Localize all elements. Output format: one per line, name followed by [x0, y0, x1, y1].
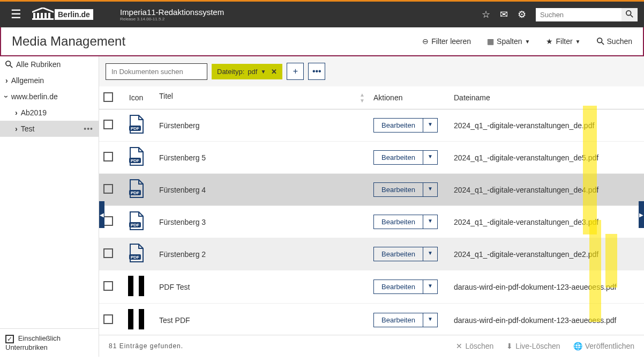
col-icon[interactable]: Icon: [117, 86, 155, 109]
svg-line-10: [601, 42, 603, 45]
svg-line-8: [631, 14, 633, 17]
brand-text: Berlin.de: [55, 9, 93, 20]
row-checkbox[interactable]: [103, 314, 113, 324]
chevron-down-icon: ›: [2, 95, 11, 98]
file-icon: PDF: [117, 174, 155, 206]
global-search-input[interactable]: [536, 8, 621, 21]
svg-line-12: [10, 65, 12, 68]
row-checkbox[interactable]: [103, 120, 113, 129]
edit-dropdown[interactable]: ▼: [423, 183, 437, 196]
edit-button[interactable]: Bearbeiten▼: [373, 118, 438, 133]
delete-button[interactable]: ✕ Löschen: [456, 342, 493, 350]
file-icon: PDF: [117, 206, 155, 238]
edit-button[interactable]: Bearbeiten▼: [373, 182, 438, 197]
edit-dropdown[interactable]: ▼: [423, 280, 437, 293]
col-actions: Aktionen: [369, 86, 450, 109]
svg-rect-3: [41, 13, 43, 18]
add-filter-button[interactable]: +: [287, 63, 304, 80]
chevron-right-icon: ›: [15, 124, 18, 133]
select-all-checkbox[interactable]: [103, 92, 113, 102]
table-row[interactable]: PDFFürstenberg 4Bearbeiten▼2024_q1_-digi…: [99, 174, 644, 206]
table-row[interactable]: PDFFürstenbergBearbeiten▼2024_q1_-digita…: [99, 109, 644, 142]
live-delete-button[interactable]: ⬇ Live-Löschen: [506, 342, 560, 350]
svg-rect-5: [48, 13, 50, 18]
sidebar-item-berlin[interactable]: › www.berlin.de: [0, 89, 99, 105]
svg-text:PDF: PDF: [131, 158, 139, 163]
sidebar-item-ab2019[interactable]: › Ab2019: [0, 105, 99, 121]
search-button[interactable]: Suchen: [597, 37, 632, 46]
svg-rect-1: [33, 13, 35, 18]
page-header: Media Management ⊖ Filter leeren ▦ Spalt…: [0, 27, 644, 56]
edit-button[interactable]: Bearbeiten▼: [373, 313, 438, 327]
table-row[interactable]: PDFFürstenberg 2Bearbeiten▼2024_q1_-digi…: [99, 238, 644, 270]
more-icon[interactable]: •••: [84, 124, 93, 133]
row-checkbox[interactable]: [103, 216, 113, 226]
svg-text:PDF: PDF: [131, 223, 139, 227]
include-subfolders-checkbox[interactable]: ✓: [5, 335, 14, 343]
brand-logo[interactable]: Berlin.de: [32, 8, 93, 21]
table-row[interactable]: PDFFürstenberg 5Bearbeiten▼2024_q1_-digi…: [99, 142, 644, 174]
edit-dropdown[interactable]: ▼: [423, 313, 437, 327]
remove-filter-icon[interactable]: ✕: [271, 68, 277, 76]
sidebar-item-test[interactable]: › Test •••: [0, 121, 99, 137]
row-checkbox[interactable]: [103, 248, 113, 258]
collapse-left-handle[interactable]: ◀: [99, 201, 104, 228]
table-row[interactable]: PDF TestBearbeiten▼daraus-wird-ein-pdf-d…: [99, 270, 644, 304]
edit-button[interactable]: Bearbeiten▼: [373, 247, 438, 261]
gear-icon[interactable]: ⚙: [518, 9, 526, 20]
chevron-right-icon: ›: [5, 76, 8, 85]
edit-dropdown[interactable]: ▼: [423, 215, 437, 229]
content-footer: 81 Einträge gefunden. ✕ Löschen ⬇ Live-L…: [99, 335, 644, 357]
svg-rect-2: [37, 13, 39, 18]
col-filename[interactable]: Dateiname: [450, 86, 644, 109]
filter-button[interactable]: ★ Filter ▼: [546, 37, 580, 46]
more-actions-button[interactable]: •••: [308, 63, 325, 80]
row-title: Test PDF: [155, 304, 369, 335]
global-search-button[interactable]: [621, 8, 638, 21]
menu-icon[interactable]: ☰: [6, 8, 26, 21]
minus-circle-icon: ⊖: [422, 37, 429, 46]
row-checkbox[interactable]: [103, 281, 113, 291]
svg-rect-4: [44, 13, 47, 18]
svg-text:PDF: PDF: [131, 190, 139, 195]
row-checkbox[interactable]: [103, 152, 113, 161]
table-row[interactable]: PDFFürstenberg 3Bearbeiten▼2024_q1_-digi…: [99, 206, 644, 238]
row-title: Fürstenberg: [155, 109, 369, 142]
page-title: Media Management: [12, 34, 125, 49]
edit-dropdown[interactable]: ▼: [423, 119, 437, 132]
clear-filter-button[interactable]: ⊖ Filter leeren: [422, 37, 471, 46]
sort-icon[interactable]: ▲▼: [360, 92, 365, 104]
row-checkbox[interactable]: [103, 184, 113, 194]
collapse-right-handle[interactable]: ▶: [639, 201, 644, 228]
download-icon: ⬇: [506, 342, 513, 350]
document-search-input[interactable]: [106, 63, 207, 80]
filetype-filter-chip[interactable]: Dateityp: pdf ▼ ✕: [212, 64, 282, 79]
sidebar-item-allgemein[interactable]: › Allgemein: [0, 72, 99, 89]
edit-dropdown[interactable]: ▼: [423, 151, 437, 164]
row-filename: daraus-wird-ein-pdf-dokument-123-aeueoes…: [450, 304, 644, 335]
file-icon: PDF: [117, 109, 155, 142]
table-row[interactable]: Test PDFBearbeiten▼daraus-wird-ein-pdf-d…: [99, 304, 644, 335]
edit-button[interactable]: Bearbeiten▼: [373, 215, 438, 229]
edit-button[interactable]: Bearbeiten▼: [373, 280, 438, 294]
edit-button[interactable]: Bearbeiten▼: [373, 150, 438, 165]
content-area: ◀ ▶ Dateityp: pdf ▼ ✕ + ••• Icon Titel▲▼: [99, 56, 644, 357]
row-filename: 2024_q1_-digitale-veranstaltungen_de.pdf: [450, 109, 644, 142]
row-title: Fürstenberg 3: [155, 206, 369, 238]
mail-icon[interactable]: ✉: [500, 9, 508, 20]
filter-bar: Dateityp: pdf ▼ ✕ + •••: [99, 56, 644, 86]
file-icon: PDF: [117, 142, 155, 174]
publish-button[interactable]: 🌐 Veröffentlichen: [573, 342, 634, 350]
svg-text:PDF: PDF: [131, 126, 139, 131]
sidebar: Alle Rubriken › Allgemein › www.berlin.d…: [0, 56, 99, 357]
star-icon[interactable]: ☆: [482, 9, 490, 20]
global-search: [536, 8, 638, 21]
sidebar-all-categories[interactable]: Alle Rubriken: [0, 56, 99, 72]
edit-dropdown[interactable]: ▼: [423, 247, 437, 261]
row-filename: 2024_q1_-digitale-veranstaltungen_de2.pd…: [450, 238, 644, 270]
col-title[interactable]: Titel▲▼: [155, 86, 369, 109]
file-icon: [117, 304, 155, 335]
columns-button[interactable]: ▦ Spalten ▼: [487, 37, 530, 46]
svg-point-9: [597, 38, 602, 43]
row-title: Fürstenberg 5: [155, 142, 369, 174]
